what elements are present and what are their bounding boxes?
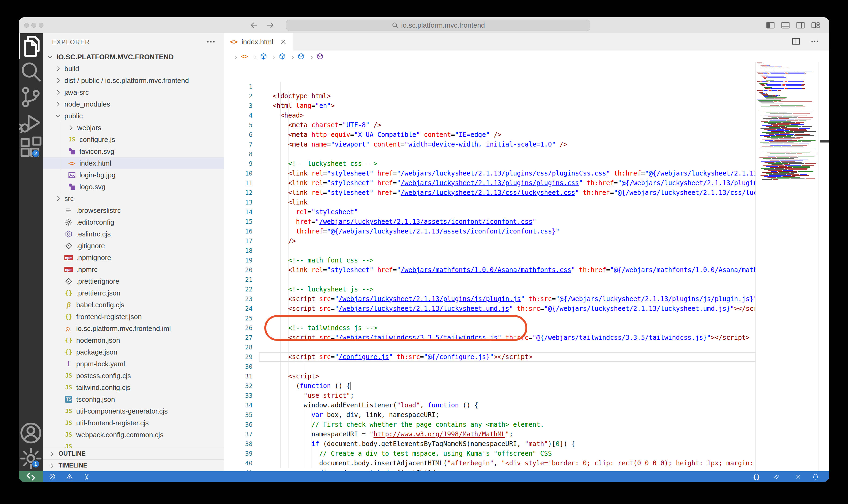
status-formatting[interactable] [793,473,801,480]
explorer-item-dist-public-io-sc-platform-mvc-frontend[interactable]: dist / public / io.sc.platform.mvc.front… [43,75,224,86]
explorer-item-tailwind-config-cjs[interactable]: JS tailwind.config.cjs [43,382,224,393]
explorer-item-root[interactable]: IO.SC.PLATFORM.MVC.FRONTEND [43,51,224,63]
code-line-36[interactable]: 36 namespaceURI = "http://www.w3.org/199… [224,400,829,410]
code-line-8[interactable]: 8 <!-- luckysheet css --> [224,130,829,140]
code-line-3[interactable]: 3 <head> [224,82,829,91]
code-line-23[interactable]: 23 <script src="/webjars/luckysheet/2.1.… [224,275,829,285]
code-line-37[interactable]: 37 if (document.body.getElementsByTagNam… [224,410,829,420]
explorer-item-frontend-register-json[interactable]: {} frontend-register.json [43,311,224,323]
explorer-item-babel-config-cjs[interactable]: β babel.config.cjs [43,299,224,311]
split-editor-icon[interactable] [792,37,800,47]
breadcrumb-item[interactable] [260,53,269,60]
status-language-mode[interactable]: {} [753,473,762,480]
explorer-item-package-json[interactable]: {} package.json [43,346,224,358]
code-line-4[interactable]: 4 <meta charset="UTF-8" /> [224,91,829,101]
code-line-15[interactable]: 15 th:href="@{/webjars/luckysheet/2.1.13… [224,198,829,207]
toggle-primary-sidebar-icon[interactable] [766,21,775,30]
code-line-42[interactable]: 42 document.body.removeChild(div); [224,458,829,468]
panel-timeline[interactable]: TIMELINE [43,460,224,471]
explorer-item-postcss-config-cjs[interactable]: JS postcss.config.cjs [43,370,224,382]
code-line-21[interactable]: 21 <!-- luckysheet js --> [224,255,829,265]
explorer-item-index-html[interactable]: <> index.html [43,157,224,169]
code-line-39[interactable]: 39 document.body.insertAdjacentHTML("aft… [224,429,829,439]
explorer-item-configure-js[interactable]: JS configure.js [43,134,224,145]
code-line-31[interactable]: 31 (function () { [224,352,829,362]
explorer-item-favicon-svg[interactable]: favicon.svg [43,145,224,157]
code-line-20[interactable]: 20 [224,246,829,255]
explorer-item-java-src[interactable]: java-src [43,86,224,98]
activity-settings[interactable]: 1 [19,446,43,471]
overview-ruler[interactable] [818,62,829,471]
code-line-22[interactable]: 22 <script src="/webjars/luckysheet/2.1.… [224,265,829,275]
explorer-item-prettierignore[interactable]: .prettierignore [43,275,224,287]
remote-indicator[interactable] [19,471,43,482]
explorer-item-nodemon-json[interactable]: {} nodemon.json [43,335,224,346]
editor-more-actions-icon[interactable] [810,37,819,47]
tab-index-html[interactable]: <> index.html [224,33,293,51]
code-line-41[interactable]: 41 box = div.firstChild.firstChild.getBo… [224,449,829,458]
code-line-16[interactable]: 16 /> [224,207,829,217]
code-line-6[interactable]: 6 <meta name="viewport" content="width=d… [224,111,829,120]
traffic-light-zoom[interactable] [39,23,43,28]
explorer-item-tsconfig-json[interactable]: TS tsconfig.json [43,393,224,405]
explorer-item-npmrc[interactable]: npm .npmrc [43,264,224,275]
more-actions-icon[interactable] [206,37,216,47]
explorer-item-io-sc-platform-mvc-frontend-iml[interactable]: io.sc.platform.mvc.frontend.iml [43,323,224,335]
explorer-item-pnpm-lock-yaml[interactable]: ! pnpm-lock.yaml [43,358,224,370]
code-line-5[interactable]: 5 <meta http-equiv="X-UA-Compatible" con… [224,101,829,111]
code-line-32[interactable]: 32 "use strict"; [224,362,829,372]
explorer-item-src[interactable]: src [43,193,224,204]
code-line-19[interactable]: 19 <link rel="stylesheet" href="/webjars… [224,236,829,246]
traffic-light-close[interactable] [24,23,29,28]
code-line-10[interactable]: 10 <link rel="stylesheet" href="/webjars… [224,149,829,159]
code-line-33[interactable]: 33 window.addEventListener("load", funct… [224,372,829,381]
code-line-38[interactable]: 38 // Create a div to test mspace, using… [224,420,829,429]
explorer-item-node-modules[interactable]: node_modules [43,98,224,110]
explorer-item-logo-svg[interactable]: logo.svg [43,181,224,193]
customize-layout-icon[interactable] [811,21,820,30]
breadcrumb-item[interactable] [279,53,288,60]
breadcrumb-item[interactable] [317,53,326,60]
code-line-2[interactable]: 2 <html lang="en"> [224,72,829,82]
code-line-26[interactable]: 26 <script src="/webjars/tailwindcss/3.3… [224,304,829,313]
code-line-24[interactable]: 24 [224,285,829,294]
explorer-item-login-bg-jpg[interactable]: login-bg.jpg [43,169,224,181]
traffic-light-minimize[interactable] [31,23,36,28]
code-line-28[interactable]: 28 <script src="/configure.js" th:src="@… [224,323,829,333]
explorer-item-gitignore[interactable]: .gitignore [43,240,224,252]
explorer-item-editorconfig[interactable]: .editorconfig [43,216,224,228]
code-line-34[interactable]: 34 var box, div, link, namespaceURI; [224,381,829,391]
breadcrumb-item[interactable] [297,53,307,60]
activity-explorer[interactable] [19,33,43,59]
history-forward-icon[interactable] [266,21,275,30]
status-problems-warnings[interactable] [66,473,75,480]
status-formatter[interactable] [773,473,782,480]
code-line-35[interactable]: 35 // First check whether the page conta… [224,391,829,400]
activity-source-control[interactable] [19,84,43,110]
code-line-17[interactable]: 17 [224,217,829,227]
command-center-search[interactable]: io.sc.platform.mvc.frontend [286,20,590,31]
status-ports[interactable] [83,473,92,480]
activity-accounts[interactable] [19,420,43,446]
history-back-icon[interactable] [250,21,259,30]
toggle-secondary-sidebar-icon[interactable] [796,21,805,30]
code-line-30[interactable]: 30 <script> [224,342,829,352]
code-line-1[interactable]: 1 <!doctype html> [224,62,829,72]
code-line-18[interactable]: 18 <!-- math font css --> [224,227,829,236]
code-line-40[interactable]: 40 div = document.body.firstChild; [224,439,829,449]
activity-search[interactable] [19,59,43,84]
close-tab-icon[interactable] [279,38,287,46]
code-line-11[interactable]: 11 <link rel="stylesheet" href="/webjars… [224,159,829,168]
explorer-item-util-frontend-register-cjs[interactable]: JS util-frontend-register.cjs [43,417,224,429]
explorer-item-prettierrc-json[interactable]: {} .prettierrc.json [43,287,224,299]
activity-run-debug[interactable] [19,110,43,135]
minimap[interactable] [755,62,819,471]
explorer-item-webjars[interactable]: webjars [43,122,224,134]
explorer-item-webpack-config-common-cjs[interactable]: JS webpack.config.common.cjs [43,429,224,441]
breadcrumb-item[interactable]: <> [241,53,250,60]
activity-extensions[interactable]: 2 [19,135,43,161]
explorer-item-build[interactable]: build [43,63,224,75]
code-line-7[interactable]: 7 [224,120,829,130]
code-line-9[interactable]: 9 <link rel="stylesheet" href="/webjars/… [224,140,829,149]
explorer-item-util-components-generator-cjs[interactable]: JS util-components-generator.cjs [43,405,224,417]
